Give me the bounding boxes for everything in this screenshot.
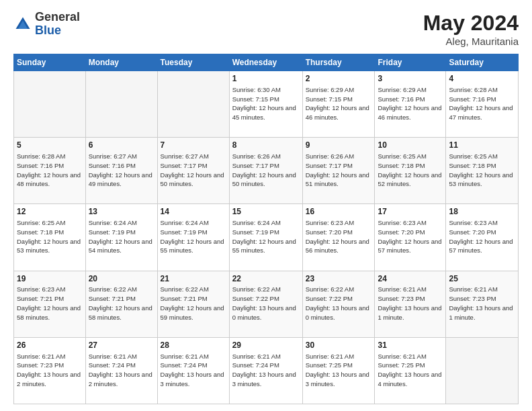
day-number: 22 (232, 273, 300, 285)
title-month: May 2024 (423, 11, 519, 36)
day-info: Sunrise: 6:27 AM Sunset: 7:17 PM Dayligh… (161, 152, 226, 189)
day-info: Sunrise: 6:26 AM Sunset: 7:17 PM Dayligh… (232, 152, 300, 189)
calendar-cell: 29Sunrise: 6:21 AM Sunset: 7:24 PM Dayli… (229, 337, 302, 404)
day-info: Sunrise: 6:21 AM Sunset: 7:23 PM Dayligh… (17, 352, 83, 389)
day-info: Sunrise: 6:23 AM Sunset: 7:20 PM Dayligh… (378, 218, 443, 255)
calendar-cell: 5Sunrise: 6:28 AM Sunset: 7:16 PM Daylig… (14, 138, 86, 204)
calendar-cell: 2Sunrise: 6:29 AM Sunset: 7:15 PM Daylig… (302, 71, 375, 138)
calendar-cell: 4Sunrise: 6:28 AM Sunset: 7:16 PM Daylig… (446, 71, 519, 138)
day-number: 16 (306, 206, 372, 218)
calendar-cell: 26Sunrise: 6:21 AM Sunset: 7:23 PM Dayli… (14, 337, 86, 404)
week-row-4: 19Sunrise: 6:23 AM Sunset: 7:21 PM Dayli… (14, 271, 519, 337)
week-row-1: 1Sunrise: 6:30 AM Sunset: 7:15 PM Daylig… (14, 71, 519, 138)
calendar-cell: 12Sunrise: 6:25 AM Sunset: 7:18 PM Dayli… (14, 204, 86, 271)
day-number: 17 (378, 206, 443, 218)
day-info: Sunrise: 6:21 AM Sunset: 7:24 PM Dayligh… (232, 352, 300, 389)
day-info: Sunrise: 6:22 AM Sunset: 7:21 PM Dayligh… (89, 285, 154, 322)
calendar-cell: 21Sunrise: 6:22 AM Sunset: 7:21 PM Dayli… (157, 271, 229, 337)
day-number: 29 (232, 340, 300, 351)
calendar-cell: 13Sunrise: 6:24 AM Sunset: 7:19 PM Dayli… (85, 204, 157, 271)
day-info: Sunrise: 6:21 AM Sunset: 7:25 PM Dayligh… (378, 352, 443, 389)
day-info: Sunrise: 6:24 AM Sunset: 7:19 PM Dayligh… (89, 218, 154, 255)
calendar-cell: 20Sunrise: 6:22 AM Sunset: 7:21 PM Dayli… (85, 271, 157, 337)
day-number: 30 (306, 340, 372, 351)
day-number: 19 (17, 273, 83, 285)
week-row-3: 12Sunrise: 6:25 AM Sunset: 7:18 PM Dayli… (14, 204, 519, 271)
calendar-table: Sunday Monday Tuesday Wednesday Thursday… (13, 54, 519, 404)
calendar-cell: 30Sunrise: 6:21 AM Sunset: 7:25 PM Dayli… (302, 337, 375, 404)
day-number: 2 (306, 73, 372, 85)
day-number: 7 (161, 140, 226, 151)
day-info: Sunrise: 6:21 AM Sunset: 7:23 PM Dayligh… (378, 285, 443, 322)
col-tuesday: Tuesday (157, 54, 229, 71)
calendar-cell: 14Sunrise: 6:24 AM Sunset: 7:19 PM Dayli… (157, 204, 229, 271)
calendar-cell: 18Sunrise: 6:23 AM Sunset: 7:20 PM Dayli… (446, 204, 519, 271)
calendar-cell: 15Sunrise: 6:24 AM Sunset: 7:19 PM Dayli… (229, 204, 302, 271)
day-info: Sunrise: 6:26 AM Sunset: 7:17 PM Dayligh… (306, 152, 372, 189)
calendar-cell: 22Sunrise: 6:22 AM Sunset: 7:22 PM Dayli… (229, 271, 302, 337)
day-info: Sunrise: 6:21 AM Sunset: 7:24 PM Dayligh… (161, 352, 226, 389)
calendar-cell: 8Sunrise: 6:26 AM Sunset: 7:17 PM Daylig… (229, 138, 302, 204)
calendar-cell: 19Sunrise: 6:23 AM Sunset: 7:21 PM Dayli… (14, 271, 86, 337)
day-number: 3 (378, 73, 443, 85)
day-number: 18 (449, 206, 515, 218)
col-wednesday: Wednesday (229, 54, 302, 71)
day-number: 15 (232, 206, 300, 218)
day-number: 31 (378, 340, 443, 351)
day-number: 6 (89, 140, 154, 151)
calendar-cell: 16Sunrise: 6:23 AM Sunset: 7:20 PM Dayli… (302, 204, 375, 271)
day-number: 4 (449, 73, 515, 85)
calendar-cell: 3Sunrise: 6:29 AM Sunset: 7:16 PM Daylig… (375, 71, 446, 138)
day-info: Sunrise: 6:24 AM Sunset: 7:19 PM Dayligh… (161, 218, 226, 255)
day-info: Sunrise: 6:23 AM Sunset: 7:21 PM Dayligh… (17, 285, 83, 322)
calendar-cell: 31Sunrise: 6:21 AM Sunset: 7:25 PM Dayli… (375, 337, 446, 404)
day-number: 9 (306, 140, 372, 151)
day-number: 25 (449, 273, 515, 285)
week-row-2: 5Sunrise: 6:28 AM Sunset: 7:16 PM Daylig… (14, 138, 519, 204)
day-number: 20 (89, 273, 154, 285)
col-thursday: Thursday (302, 54, 375, 71)
title-location: Aleg, Mauritania (423, 36, 519, 47)
calendar-cell: 25Sunrise: 6:21 AM Sunset: 7:23 PM Dayli… (446, 271, 519, 337)
day-info: Sunrise: 6:28 AM Sunset: 7:16 PM Dayligh… (449, 85, 515, 122)
col-saturday: Saturday (446, 54, 519, 71)
day-info: Sunrise: 6:21 AM Sunset: 7:24 PM Dayligh… (89, 352, 154, 389)
day-info: Sunrise: 6:25 AM Sunset: 7:18 PM Dayligh… (378, 152, 443, 189)
calendar-cell: 10Sunrise: 6:25 AM Sunset: 7:18 PM Dayli… (375, 138, 446, 204)
day-number: 10 (378, 140, 443, 151)
logo-icon (13, 15, 32, 34)
day-number: 26 (17, 340, 83, 351)
day-info: Sunrise: 6:27 AM Sunset: 7:16 PM Dayligh… (89, 152, 154, 189)
calendar-cell: 27Sunrise: 6:21 AM Sunset: 7:24 PM Dayli… (85, 337, 157, 404)
col-monday: Monday (85, 54, 157, 71)
day-number: 14 (161, 206, 226, 218)
day-number: 1 (232, 73, 300, 85)
day-number: 27 (89, 340, 154, 351)
day-info: Sunrise: 6:23 AM Sunset: 7:20 PM Dayligh… (306, 218, 372, 255)
calendar-cell: 28Sunrise: 6:21 AM Sunset: 7:24 PM Dayli… (157, 337, 229, 404)
day-number: 12 (17, 206, 83, 218)
calendar-cell: 6Sunrise: 6:27 AM Sunset: 7:16 PM Daylig… (85, 138, 157, 204)
day-info: Sunrise: 6:29 AM Sunset: 7:16 PM Dayligh… (378, 85, 443, 122)
week-row-5: 26Sunrise: 6:21 AM Sunset: 7:23 PM Dayli… (14, 337, 519, 404)
day-number: 8 (232, 140, 300, 151)
calendar-cell (85, 71, 157, 138)
calendar-cell: 9Sunrise: 6:26 AM Sunset: 7:17 PM Daylig… (302, 138, 375, 204)
day-number: 5 (17, 140, 83, 151)
day-number: 24 (378, 273, 443, 285)
calendar-cell: 11Sunrise: 6:25 AM Sunset: 7:18 PM Dayli… (446, 138, 519, 204)
day-info: Sunrise: 6:28 AM Sunset: 7:16 PM Dayligh… (17, 152, 83, 189)
page: General Blue May 2024 Aleg, Mauritania S… (0, 0, 532, 411)
title-block: May 2024 Aleg, Mauritania (423, 11, 519, 47)
day-info: Sunrise: 6:25 AM Sunset: 7:18 PM Dayligh… (449, 152, 515, 189)
calendar-cell (446, 337, 519, 404)
day-number: 13 (89, 206, 154, 218)
logo-line1: General (35, 11, 80, 24)
header-row: Sunday Monday Tuesday Wednesday Thursday… (14, 54, 519, 71)
day-number: 28 (161, 340, 226, 351)
day-info: Sunrise: 6:21 AM Sunset: 7:23 PM Dayligh… (449, 285, 515, 322)
day-number: 21 (161, 273, 226, 285)
logo: General Blue (13, 11, 80, 38)
day-info: Sunrise: 6:22 AM Sunset: 7:22 PM Dayligh… (232, 285, 300, 322)
calendar-cell: 23Sunrise: 6:22 AM Sunset: 7:22 PM Dayli… (302, 271, 375, 337)
